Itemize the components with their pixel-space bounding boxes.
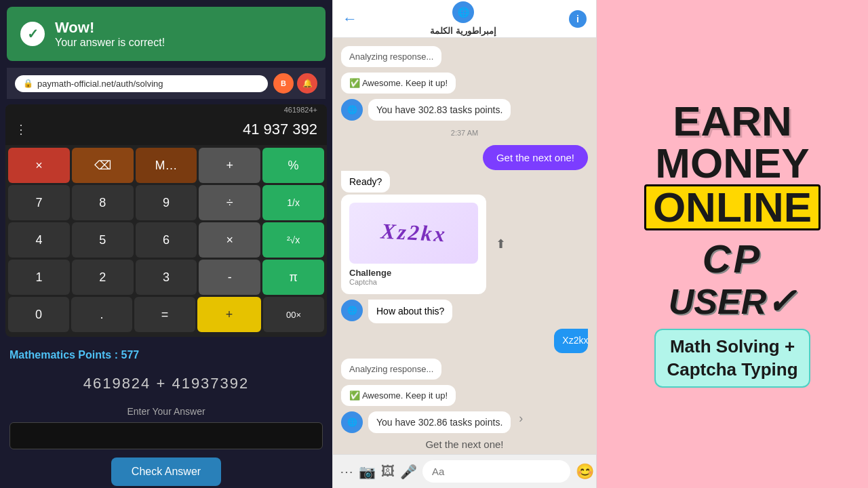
success-text: Wow! Your answer is correct! <box>55 19 165 49</box>
calc-div-btn[interactable]: ÷ <box>199 185 260 220</box>
chat-title: إمبراطورية الكلمة <box>430 26 496 36</box>
calc-8-btn[interactable]: 8 <box>72 185 134 220</box>
calc-dot-btn[interactable]: . <box>71 297 132 332</box>
answer-label: Enter Your Answer <box>9 406 323 417</box>
promo-cp: CP <box>703 236 763 281</box>
captcha-container: Xz2kx Challenge Captcha ⬆ <box>341 195 588 294</box>
msg-analyzing-1: Analyzing response... <box>341 46 588 67</box>
success-wow: Wow! <box>55 19 165 37</box>
chat-input-field[interactable] <box>422 460 570 483</box>
calc-row-3: 4 5 6 × ²√x <box>8 222 324 258</box>
msg-user-answer: Xz2kx <box>546 329 588 353</box>
mic-icon[interactable]: 🎤 <box>400 464 417 480</box>
calc-memory-btn[interactable]: M… <box>136 148 197 183</box>
success-subtitle: Your answer is correct! <box>55 37 165 49</box>
chat-back-btn[interactable]: ← <box>342 10 357 28</box>
expand-icon[interactable]: › <box>519 411 523 426</box>
timestamp-1: 2:37 AM <box>341 129 588 137</box>
msg-avatar-1: 🌐 <box>341 99 363 121</box>
msg-avatar-3: 🌐 <box>341 411 363 433</box>
calc-clear-btn[interactable]: × <box>8 148 70 183</box>
calc-1-btn[interactable]: 1 <box>8 260 70 295</box>
captcha-label: Challenge <box>349 268 478 278</box>
lock-icon: 🔒 <box>23 79 33 88</box>
msg-get-next-text: Get the next one! <box>425 439 503 451</box>
msg-tasks-2: 🌐 You have 302.86 tasks points. › <box>341 411 588 433</box>
promo-math-line2: Captcha Typing <box>667 359 797 382</box>
calc-sub-btn[interactable]: - <box>199 260 260 295</box>
calculator: 4619824+ ⋮ 41 937 392 × ⌫ M… + % 7 8 <box>5 104 327 337</box>
calc-pi-btn[interactable]: π <box>262 260 324 295</box>
calc-row-5: 0 . = + 00× <box>8 297 324 332</box>
promo-panel: EARN MONEY ONLINE CP USER✓ Math Solving … <box>597 0 868 488</box>
url-bar[interactable]: 🔒 paymath-official.net/auth/solving <box>15 75 268 92</box>
captcha-sublabel: Captcha <box>349 278 478 286</box>
notification-icon[interactable]: 🔔 <box>297 73 317 94</box>
calc-inverse-btn[interactable]: 1/x <box>262 185 324 220</box>
calc-menu-icon[interactable]: ⋮ <box>15 122 27 137</box>
msg-tasks-1: 🌐 You have 302.83 tasks points. <box>341 99 588 121</box>
calc-00x-btn[interactable]: 00× <box>263 297 324 332</box>
promo-earn: EARN <box>673 100 792 142</box>
chat-header: ← 🌐 إمبراطورية الكلمة i <box>333 0 596 38</box>
calc-4-btn[interactable]: 4 <box>8 222 70 258</box>
msg-ready: Ready? <box>341 176 588 189</box>
msg-avatar-2: 🌐 <box>341 300 363 321</box>
math-points: Mathematics Points : 577 <box>9 349 323 361</box>
promo-user: USER✓ <box>669 281 796 322</box>
success-check-icon: ✓ <box>20 22 45 46</box>
left-panel: ✓ Wow! Your answer is correct! 🔒 paymath… <box>0 0 332 488</box>
calc-percent-btn[interactable]: % <box>262 148 324 183</box>
calc-row-2: 7 8 9 ÷ 1/x <box>8 185 324 220</box>
share-icon[interactable]: ⬆ <box>496 237 506 251</box>
math-points-label: Mathematics Points : <box>9 349 118 361</box>
calc-plus-btn[interactable]: + <box>199 148 260 183</box>
math-points-value: 577 <box>121 349 139 361</box>
calc-equal-btn[interactable]: = <box>134 297 195 332</box>
answer-input-display <box>9 422 323 449</box>
chat-logo: 🌐 <box>452 1 474 23</box>
calc-3-btn[interactable]: 3 <box>136 260 197 295</box>
calc-buttons: × ⌫ M… + % 7 8 9 ÷ 1/x 4 5 <box>5 145 327 337</box>
msg-analyzing-2: Analyzing response... <box>341 359 588 380</box>
calc-5-btn[interactable]: 5 <box>72 222 134 258</box>
msg-awesome-2: ✅ Awesome. Keep it up! <box>341 385 588 406</box>
calc-number: 41 937 392 <box>243 121 317 138</box>
promo-online: ONLINE <box>644 184 821 230</box>
promo-math-line1: Math Solving + <box>667 336 797 359</box>
calc-7-btn[interactable]: 7 <box>8 185 70 220</box>
msg-awesome-1: ✅ Awesome. Keep it up! <box>341 73 588 94</box>
chat-panel: ← 🌐 إمبراطورية الكلمة i Analyzing respon… <box>332 0 597 488</box>
calc-2-btn[interactable]: 2 <box>72 260 134 295</box>
calc-row-4: 1 2 3 - π <box>8 260 324 295</box>
calc-6-btn[interactable]: 6 <box>136 222 197 258</box>
captcha-image: Xz2kx <box>349 203 478 264</box>
calc-backspace-btn[interactable]: ⌫ <box>72 148 134 183</box>
browser-icons: B 🔔 <box>273 73 317 94</box>
calc-mul-btn[interactable]: × <box>199 222 260 258</box>
grid-icon[interactable]: ⋯ <box>340 464 353 480</box>
success-banner: ✓ Wow! Your answer is correct! <box>7 7 326 61</box>
math-area: Mathematics Points : 577 4619824 + 41937… <box>0 342 332 488</box>
calc-counter-area: 4619824+ <box>5 104 327 114</box>
calc-sqrt-btn[interactable]: ²√x <box>262 222 324 258</box>
captcha-card: Xz2kx Challenge Captcha <box>341 195 486 294</box>
captcha-text: Xz2kx <box>380 219 448 247</box>
calc-0-btn[interactable]: 0 <box>8 297 69 332</box>
brave-browser-icon[interactable]: B <box>273 73 294 94</box>
chat-info-btn[interactable]: i <box>569 10 587 28</box>
promo-money: MONEY <box>655 142 809 184</box>
chat-input-bar: ⋯ 📷 🖼 🎤 😊 ☰ <box>333 454 596 488</box>
get-next-btn-1[interactable]: Get the next one! <box>483 145 588 170</box>
calc-9-btn[interactable]: 9 <box>136 185 197 220</box>
image-icon[interactable]: 🖼 <box>381 464 395 479</box>
browser-bar: 🔒 paymath-official.net/auth/solving B 🔔 <box>7 68 326 99</box>
camera-icon[interactable]: 📷 <box>359 464 376 480</box>
emoji-icon[interactable]: 😊 <box>576 463 594 481</box>
chat-messages: Analyzing response... ✅ Awesome. Keep it… <box>333 38 596 454</box>
calc-row-1: × ⌫ M… + % <box>8 148 324 183</box>
url-text: paymath-official.net/auth/solving <box>37 79 163 89</box>
calc-add-btn[interactable]: + <box>197 297 261 332</box>
check-answer-btn[interactable]: Check Answer <box>111 458 221 486</box>
promo-math-box: Math Solving + Captcha Typing <box>654 329 810 388</box>
